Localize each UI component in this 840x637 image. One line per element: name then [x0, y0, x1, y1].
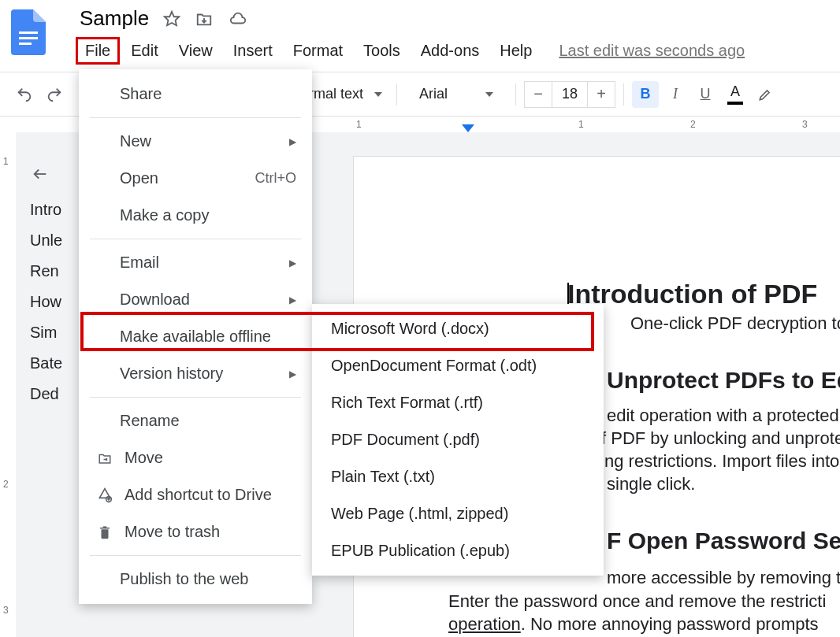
text-color-swatch: [727, 102, 743, 105]
menu-item-new[interactable]: New▶: [79, 123, 312, 160]
last-edit-link[interactable]: Last edit was seconds ago: [559, 42, 745, 60]
download-epub[interactable]: EPUB Publication (.epub): [312, 532, 604, 569]
underline-button[interactable]: U: [692, 81, 719, 108]
download-txt[interactable]: Plain Text (.txt): [312, 458, 604, 495]
docs-logo-icon[interactable]: [11, 9, 52, 58]
download-docx[interactable]: Microsoft Word (.docx): [312, 310, 604, 347]
menu-item-move[interactable]: Move: [79, 439, 312, 476]
menu-item-email[interactable]: Email▶: [79, 244, 312, 281]
font-size-control: − 18 +: [524, 81, 615, 108]
bold-button[interactable]: B: [632, 81, 659, 108]
vertical-ruler[interactable]: 1 2 3: [0, 132, 16, 637]
keyboard-shortcut: Ctrl+O: [255, 170, 296, 187]
submenu-arrow-icon: ▶: [289, 368, 296, 380]
chevron-down-icon: [374, 92, 382, 97]
app-header: Sample File Edit View Insert Format Tool…: [0, 0, 840, 72]
menu-bar: File Edit View Insert Format Tools Add-o…: [76, 37, 745, 65]
text-color-label: A: [730, 83, 740, 100]
svg-marker-4: [462, 124, 474, 132]
menu-help[interactable]: Help: [490, 39, 541, 63]
menu-insert[interactable]: Insert: [224, 39, 282, 63]
download-html[interactable]: Web Page (.html, zipped): [312, 495, 604, 532]
menu-addons[interactable]: Add-ons: [411, 39, 489, 63]
submenu-arrow-icon: ▶: [289, 294, 296, 306]
ruler-tick: 1: [356, 119, 362, 130]
folder-move-icon: [96, 451, 113, 465]
download-submenu: Microsoft Word (.docx) OpenDocument Form…: [312, 304, 604, 576]
submenu-arrow-icon: ▶: [289, 136, 296, 147]
font-family-label: Arial: [419, 86, 448, 102]
font-size-input[interactable]: 18: [552, 82, 588, 107]
ruler-tick: 1: [578, 119, 584, 130]
font-family-dropdown[interactable]: Arial: [405, 86, 507, 102]
chevron-down-icon: [485, 92, 493, 97]
menu-view[interactable]: View: [169, 39, 222, 63]
move-to-folder-icon[interactable]: [195, 10, 214, 28]
menu-format[interactable]: Format: [284, 39, 352, 63]
menu-item-trash[interactable]: Move to trash: [79, 513, 312, 550]
document-title[interactable]: Sample: [76, 6, 149, 31]
menu-item-offline[interactable]: Make available offline: [79, 318, 312, 355]
ruler-tick: 2: [690, 119, 696, 130]
svg-rect-0: [19, 31, 38, 34]
margin-marker-icon[interactable]: [462, 124, 474, 132]
menu-tools[interactable]: Tools: [354, 39, 410, 63]
undo-button[interactable]: [11, 81, 38, 108]
trash-icon: [96, 524, 113, 540]
text-color-button[interactable]: A: [722, 81, 749, 108]
menu-item-download[interactable]: Download▶: [79, 281, 312, 318]
star-icon[interactable]: [163, 10, 180, 28]
font-size-increase-button[interactable]: +: [588, 82, 615, 107]
file-menu-dropdown: Share New▶ OpenCtrl+O Make a copy Email▶…: [79, 69, 312, 604]
menu-item-rename[interactable]: Rename: [79, 402, 312, 439]
ruler-tick: 3: [3, 605, 9, 616]
download-pdf[interactable]: PDF Document (.pdf): [312, 421, 604, 458]
highlight-button[interactable]: [752, 81, 779, 108]
submenu-arrow-icon: ▶: [289, 257, 296, 269]
svg-marker-3: [165, 11, 179, 24]
menu-item-make-copy[interactable]: Make a copy: [79, 197, 312, 234]
italic-button[interactable]: I: [662, 81, 689, 108]
download-odt[interactable]: OpenDocument Format (.odt): [312, 347, 604, 384]
redo-button[interactable]: [41, 81, 68, 108]
svg-rect-1: [19, 37, 38, 39]
menu-item-add-shortcut[interactable]: Add shortcut to Drive: [79, 476, 312, 513]
drive-shortcut-icon: [96, 487, 113, 503]
menu-file[interactable]: File: [76, 37, 120, 65]
svg-rect-2: [19, 43, 32, 45]
menu-edit[interactable]: Edit: [121, 39, 167, 63]
download-rtf[interactable]: Rich Text Format (.rtf): [312, 384, 604, 421]
menu-item-version-history[interactable]: Version history▶: [79, 355, 312, 392]
menu-item-share[interactable]: Share: [79, 76, 312, 113]
font-size-decrease-button[interactable]: −: [525, 82, 552, 107]
cloud-status-icon[interactable]: [228, 10, 248, 28]
menu-item-open[interactable]: OpenCtrl+O: [79, 160, 312, 197]
ruler-tick: 3: [802, 119, 808, 130]
ruler-tick: 2: [3, 479, 9, 490]
ruler-tick: 1: [3, 156, 9, 167]
menu-item-publish[interactable]: Publish to the web: [79, 561, 312, 598]
